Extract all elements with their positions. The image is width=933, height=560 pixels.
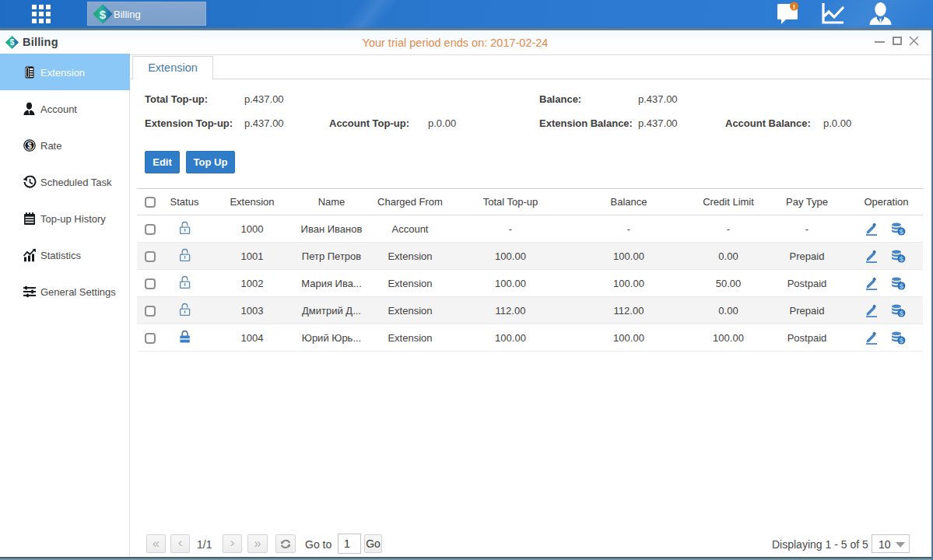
svg-text:!: ! bbox=[793, 3, 795, 11]
svg-text:$: $ bbox=[100, 8, 107, 21]
svg-text:$: $ bbox=[899, 309, 903, 317]
svg-text:$: $ bbox=[899, 227, 903, 236]
svg-text:$: $ bbox=[899, 336, 903, 345]
svg-text:$: $ bbox=[27, 141, 32, 149]
svg-text:$: $ bbox=[899, 282, 903, 290]
svg-text:$: $ bbox=[899, 254, 903, 263]
